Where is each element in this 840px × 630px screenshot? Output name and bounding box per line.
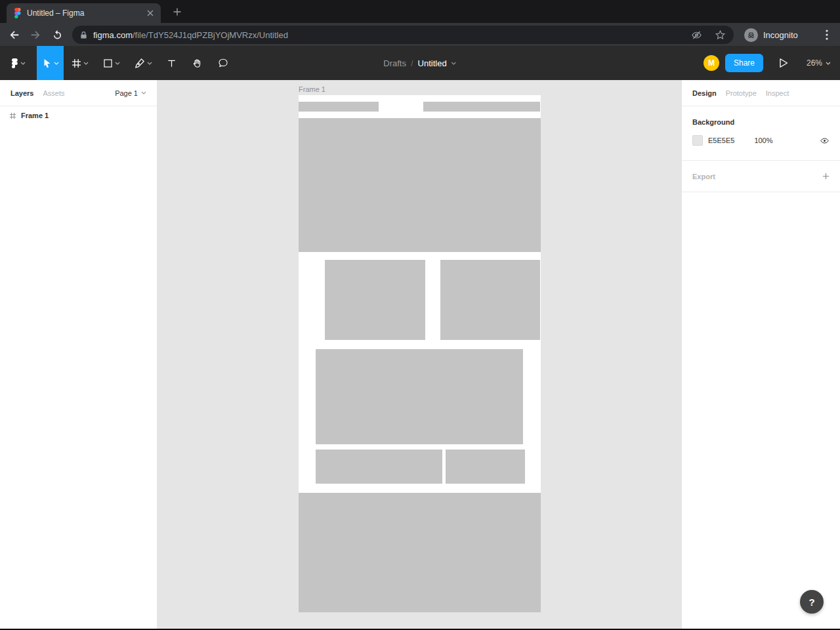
background-opacity-value[interactable]: 100% [754, 136, 772, 144]
wireframe-large-block[interactable] [316, 349, 523, 444]
wireframe-square-right-block[interactable] [440, 260, 540, 340]
wireframe-footer-block[interactable] [299, 493, 541, 612]
page-selector-label: Page 1 [115, 89, 138, 97]
cursor-icon [41, 58, 52, 69]
wireframe-square-left-block[interactable] [325, 260, 425, 340]
breadcrumb-separator: / [411, 58, 413, 68]
figma-toolbar: Drafts / Untitled M Share 26% [0, 46, 840, 80]
main-menu-button[interactable] [0, 46, 37, 80]
text-tool-button[interactable] [159, 46, 184, 80]
canvas-frame-label[interactable]: Frame 1 [299, 85, 326, 93]
hand-tool-button[interactable] [184, 46, 210, 80]
export-section-title: Export [692, 173, 715, 180]
export-section[interactable]: Export [682, 161, 840, 192]
help-button[interactable]: ? [800, 590, 824, 614]
breadcrumb: Drafts / Untitled [383, 46, 456, 80]
incognito-label: Incognito [763, 30, 798, 40]
chevron-down-icon [141, 91, 146, 94]
chevron-down-icon [83, 62, 89, 65]
incognito-badge: Incognito [740, 26, 802, 44]
design-panel-header: Design Prototype Inspect [682, 80, 840, 106]
page-selector[interactable]: Page 1 [115, 89, 146, 97]
wireframe-hero-block[interactable] [299, 118, 541, 252]
chevron-down-icon [115, 62, 120, 65]
visibility-eye-icon[interactable] [820, 136, 830, 146]
tab-layers[interactable]: Layers [10, 89, 33, 97]
zoom-level: 26% [807, 58, 822, 68]
browser-tab-strip: Untitled – Figma [0, 0, 840, 23]
background-color-row: E5E5E5 100% [692, 135, 830, 146]
rectangle-icon [103, 58, 113, 68]
incognito-icon [744, 28, 758, 42]
browser-menu-icon[interactable] [819, 26, 835, 43]
tab-prototype[interactable]: Prototype [726, 89, 757, 97]
back-icon[interactable] [6, 26, 23, 43]
layer-label: Frame 1 [21, 112, 49, 119]
chevron-down-icon [147, 62, 152, 65]
chevron-down-icon [54, 62, 59, 65]
shape-tool-button[interactable] [96, 46, 127, 80]
bookmark-star-icon[interactable] [715, 30, 726, 41]
design-panel: Design Prototype Inspect Background E5E5… [681, 80, 840, 629]
background-hex-value[interactable]: E5E5E5 [708, 136, 734, 144]
tool-group [0, 46, 236, 80]
breadcrumb-file-title[interactable]: Untitled [418, 58, 447, 68]
layers-panel-header: Layers Assets Page 1 [0, 80, 157, 106]
wireframe-small-left-block[interactable] [316, 450, 442, 484]
breadcrumb-drafts[interactable]: Drafts [383, 58, 406, 68]
layer-item-frame-1[interactable]: Frame 1 [0, 106, 157, 125]
text-icon [167, 58, 177, 68]
new-tab-icon[interactable] [171, 5, 184, 18]
browser-address-bar: figma.com/file/TdY524J1qdPZBjYOjMVRzx/Un… [0, 23, 840, 46]
hand-icon [192, 58, 203, 69]
forward-icon[interactable] [27, 26, 44, 43]
plus-icon[interactable] [822, 173, 830, 180]
tab-title: Untitled – Figma [27, 9, 140, 18]
browser-window: Untitled – Figma figma.com/f [0, 0, 840, 630]
figma-favicon [14, 8, 22, 18]
browser-tab[interactable]: Untitled – Figma [7, 3, 161, 23]
frame-icon [72, 58, 81, 68]
chevron-down-icon [20, 62, 26, 65]
pen-tool-button[interactable] [127, 46, 159, 80]
frame-tool-button[interactable] [64, 46, 96, 80]
canvas-frame[interactable] [299, 95, 541, 612]
pen-icon [135, 58, 145, 68]
chevron-down-icon [452, 62, 457, 65]
share-button[interactable]: Share [725, 54, 763, 72]
background-section: Background E5E5E5 100% [682, 106, 840, 161]
layers-panel: Layers Assets Page 1 Frame 1 [0, 80, 158, 629]
wireframe-header-right-block[interactable] [423, 102, 540, 112]
move-tool-button[interactable] [37, 46, 64, 80]
reload-icon[interactable] [49, 26, 66, 43]
zoom-control[interactable]: 26% [807, 58, 831, 68]
url-text: figma.com/file/TdY524J1qdPZBjYOjMVRzx/Un… [93, 30, 679, 40]
frame-icon [9, 112, 16, 119]
avatar[interactable]: M [704, 55, 719, 71]
background-section-title: Background [692, 118, 830, 126]
tab-close-icon[interactable] [145, 8, 156, 18]
tab-inspect[interactable]: Inspect [766, 89, 789, 97]
wireframe-small-right-block[interactable] [446, 450, 525, 484]
chevron-down-icon [826, 62, 831, 65]
url-host: figma.com [93, 30, 133, 40]
lock-icon [80, 31, 87, 39]
comment-tool-button[interactable] [210, 46, 236, 80]
tab-design[interactable]: Design [692, 89, 717, 97]
toolbar-right-cluster: M Share 26% [704, 46, 840, 80]
eye-off-icon[interactable] [691, 30, 702, 41]
tab-assets[interactable]: Assets [43, 89, 64, 97]
comment-bubble-icon [218, 58, 228, 68]
url-path: /file/TdY524J1qdPZBjYOjMVRzx/Untitled [133, 30, 288, 40]
canvas[interactable]: Frame 1 [158, 80, 681, 629]
present-play-icon[interactable] [779, 58, 789, 68]
wireframe-header-left-block[interactable] [299, 102, 379, 112]
color-swatch[interactable] [692, 135, 703, 146]
address-bar-input[interactable]: figma.com/file/TdY524J1qdPZBjYOjMVRzx/Un… [72, 26, 734, 44]
